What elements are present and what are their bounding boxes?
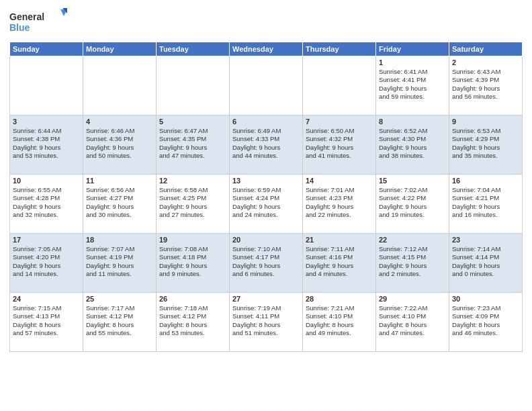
table-row: 5Sunrise: 6:47 AMSunset: 4:35 PMDaylight…: [157, 116, 230, 175]
day-number: 22: [379, 236, 446, 244]
day-detail: Sunrise: 7:23 AM: [452, 304, 519, 312]
col-friday: Friday: [376, 42, 449, 56]
day-detail: Sunrise: 7:08 AM: [159, 245, 226, 253]
day-detail: Daylight: 8 hours: [232, 321, 300, 329]
day-number: 18: [86, 236, 153, 244]
day-detail: Sunset: 4:41 PM: [379, 76, 446, 84]
day-detail: and 24 minutes.: [232, 211, 300, 219]
col-thursday: Thursday: [303, 42, 376, 56]
day-detail: Sunrise: 7:10 AM: [232, 245, 300, 253]
day-number: 11: [86, 177, 153, 185]
day-detail: and 9 minutes.: [159, 270, 226, 278]
table-row: 3Sunrise: 6:44 AMSunset: 4:38 PMDaylight…: [10, 116, 83, 175]
day-detail: and 32 minutes.: [13, 211, 80, 219]
page-container: General Blue Sunday Monday Tuesday Wedne…: [0, 0, 532, 356]
day-number: 23: [452, 236, 519, 244]
day-detail: Daylight: 9 hours: [232, 262, 300, 270]
logo: General Blue: [9, 7, 70, 36]
day-detail: Sunrise: 6:53 AM: [452, 127, 519, 135]
day-detail: Daylight: 9 hours: [13, 262, 80, 270]
day-detail: Sunset: 4:23 PM: [306, 194, 373, 202]
calendar-week-5: 24Sunrise: 7:15 AMSunset: 4:13 PMDayligh…: [10, 293, 523, 352]
day-detail: and 2 minutes.: [379, 270, 446, 278]
day-number: 24: [13, 295, 80, 303]
day-detail: and 0 minutes.: [452, 270, 519, 278]
day-detail: Sunrise: 6:49 AM: [232, 127, 300, 135]
day-detail: Daylight: 8 hours: [159, 321, 226, 329]
day-detail: Daylight: 9 hours: [306, 144, 373, 152]
day-detail: Sunrise: 7:01 AM: [306, 186, 373, 194]
table-row: 16Sunrise: 7:04 AMSunset: 4:21 PMDayligh…: [449, 175, 523, 234]
table-row: [230, 56, 303, 116]
day-detail: and 19 minutes.: [379, 211, 446, 219]
table-row: 28Sunrise: 7:21 AMSunset: 4:10 PMDayligh…: [303, 293, 376, 352]
day-detail: Daylight: 9 hours: [306, 203, 373, 211]
table-row: 25Sunrise: 7:17 AMSunset: 4:12 PMDayligh…: [83, 293, 157, 352]
day-detail: Sunset: 4:12 PM: [159, 312, 226, 320]
day-number: 6: [232, 118, 300, 126]
table-row: 20Sunrise: 7:10 AMSunset: 4:17 PMDayligh…: [230, 234, 303, 293]
table-row: 24Sunrise: 7:15 AMSunset: 4:13 PMDayligh…: [10, 293, 83, 352]
table-row: 15Sunrise: 7:02 AMSunset: 4:22 PMDayligh…: [376, 175, 449, 234]
day-detail: Sunset: 4:11 PM: [232, 312, 300, 320]
day-detail: and 50 minutes.: [86, 152, 153, 160]
day-detail: Sunset: 4:22 PM: [379, 194, 446, 202]
day-detail: Daylight: 9 hours: [452, 262, 519, 270]
day-number: 21: [306, 236, 373, 244]
day-detail: Sunrise: 7:18 AM: [159, 304, 226, 312]
day-number: 30: [452, 295, 519, 303]
col-monday: Monday: [83, 42, 157, 56]
day-detail: and 35 minutes.: [452, 152, 519, 160]
day-detail: Sunset: 4:39 PM: [452, 76, 519, 84]
day-detail: and 41 minutes.: [306, 152, 373, 160]
table-row: 29Sunrise: 7:22 AMSunset: 4:10 PMDayligh…: [376, 293, 449, 352]
day-detail: and 30 minutes.: [86, 211, 153, 219]
day-detail: Sunset: 4:29 PM: [452, 135, 519, 143]
day-detail: and 11 minutes.: [86, 270, 153, 278]
calendar-table: Sunday Monday Tuesday Wednesday Thursday…: [9, 42, 523, 352]
table-row: 23Sunrise: 7:14 AMSunset: 4:14 PMDayligh…: [449, 234, 523, 293]
day-detail: Sunset: 4:30 PM: [379, 135, 446, 143]
day-detail: and 22 minutes.: [306, 211, 373, 219]
table-row: 27Sunrise: 7:19 AMSunset: 4:11 PMDayligh…: [230, 293, 303, 352]
day-number: 16: [452, 177, 519, 185]
day-number: 27: [232, 295, 300, 303]
day-detail: Sunrise: 6:55 AM: [13, 186, 80, 194]
day-number: 28: [306, 295, 373, 303]
table-row: 4Sunrise: 6:46 AMSunset: 4:36 PMDaylight…: [83, 116, 157, 175]
day-detail: Sunset: 4:14 PM: [452, 253, 519, 261]
day-detail: Daylight: 8 hours: [13, 321, 80, 329]
day-detail: Sunset: 4:32 PM: [306, 135, 373, 143]
day-detail: and 47 minutes.: [159, 152, 226, 160]
table-row: 26Sunrise: 7:18 AMSunset: 4:12 PMDayligh…: [157, 293, 230, 352]
day-number: 4: [86, 118, 153, 126]
day-number: 8: [379, 118, 446, 126]
logo-svg: General Blue: [9, 7, 70, 36]
day-number: 26: [159, 295, 226, 303]
day-number: 13: [232, 177, 300, 185]
day-detail: Sunrise: 7:05 AM: [13, 245, 80, 253]
day-detail: and 38 minutes.: [379, 152, 446, 160]
day-detail: Sunrise: 7:22 AM: [379, 304, 446, 312]
day-detail: Daylight: 8 hours: [379, 321, 446, 329]
day-detail: Daylight: 9 hours: [86, 203, 153, 211]
table-row: 19Sunrise: 7:08 AMSunset: 4:18 PMDayligh…: [157, 234, 230, 293]
day-detail: and 16 minutes.: [452, 211, 519, 219]
day-detail: Sunset: 4:16 PM: [306, 253, 373, 261]
svg-text:General: General: [9, 11, 44, 22]
table-row: 8Sunrise: 6:52 AMSunset: 4:30 PMDaylight…: [376, 116, 449, 175]
day-detail: Sunset: 4:33 PM: [232, 135, 300, 143]
col-wednesday: Wednesday: [230, 42, 303, 56]
day-detail: and 51 minutes.: [232, 329, 300, 337]
day-number: 7: [306, 118, 373, 126]
day-detail: Daylight: 9 hours: [13, 203, 80, 211]
table-row: 2Sunrise: 6:43 AMSunset: 4:39 PMDaylight…: [449, 56, 523, 116]
day-detail: Sunrise: 6:46 AM: [86, 127, 153, 135]
day-detail: and 55 minutes.: [86, 329, 153, 337]
day-detail: Sunrise: 6:44 AM: [13, 127, 80, 135]
table-row: 10Sunrise: 6:55 AMSunset: 4:28 PMDayligh…: [10, 175, 83, 234]
table-row: 18Sunrise: 7:07 AMSunset: 4:19 PMDayligh…: [83, 234, 157, 293]
calendar-header-row: Sunday Monday Tuesday Wednesday Thursday…: [10, 42, 523, 56]
day-detail: Sunrise: 7:11 AM: [306, 245, 373, 253]
table-row: 30Sunrise: 7:23 AMSunset: 4:09 PMDayligh…: [449, 293, 523, 352]
